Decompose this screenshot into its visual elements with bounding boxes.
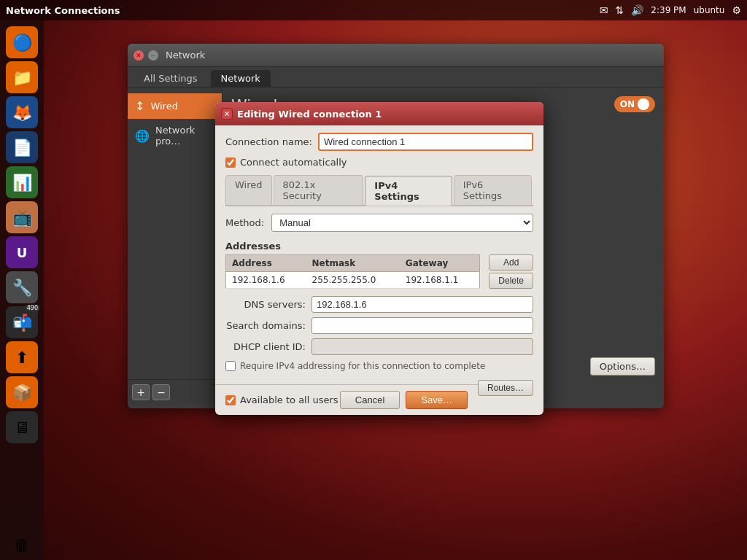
dialog-close-button[interactable]: ✕ <box>221 108 233 120</box>
col-address: Address <box>226 255 306 272</box>
method-label: Method: <box>225 217 264 228</box>
cell-address: 192.168.1.6 <box>226 272 306 289</box>
sidebar-item-ubuntu[interactable]: 🔵 <box>6 26 38 58</box>
connection-name-input[interactable] <box>318 133 533 151</box>
connection-name-label: Connection name: <box>225 136 312 147</box>
network-sidebar: ↕ Wired 🌐 Network pro… + − <box>128 88 222 405</box>
addresses-table: Address Netmask Gateway 192.168.1.6 255.… <box>225 254 480 289</box>
add-address-button[interactable]: Add <box>489 254 533 271</box>
toggle-on[interactable]: ON <box>614 96 655 112</box>
toggle-circle <box>638 98 649 110</box>
dhcp-row: DHCP client ID: <box>225 338 533 355</box>
sidebar-item-ubiquity[interactable]: U <box>6 236 38 268</box>
proxy-icon: 🌐 <box>135 129 150 143</box>
table-row[interactable]: 192.168.1.6 255.255.255.0 192.168.1.1 <box>226 272 480 289</box>
address-buttons: Add Delete <box>489 254 533 289</box>
sidebar-item-firefox[interactable]: 🦊 <box>6 96 38 128</box>
network-icon[interactable]: ⇅ <box>616 4 624 16</box>
gear-icon[interactable]: ⚙ <box>732 4 741 16</box>
add-network-button[interactable]: + <box>132 384 150 400</box>
col-netmask: Netmask <box>306 255 400 272</box>
tab-network[interactable]: Network <box>211 70 271 87</box>
require-label: Require IPv4 addressing for this connect… <box>240 361 485 371</box>
sidebar-item-screen[interactable]: 🖥 <box>6 411 38 443</box>
addresses-title: Addresses <box>225 241 533 252</box>
available-row: Available to all users <box>225 394 338 405</box>
delete-address-button[interactable]: Delete <box>489 273 533 289</box>
cell-gateway: 192.168.1.1 <box>400 272 480 289</box>
method-row: Method: Manual Automatic (DHCP) Link-Loc… <box>225 214 533 232</box>
sidebar: 🔵 📁 🦊 📄 📊 📺 U 🔧 📬 490 ⬆ 📦 🖥 🗑 <box>0 20 44 560</box>
wired-icon: ↕ <box>135 99 144 113</box>
col-gateway: Gateway <box>400 255 480 272</box>
dialog-footer: Available to all users Cancel Save… <box>215 384 478 415</box>
dhcp-label: DHCP client ID: <box>225 341 306 352</box>
save-button[interactable]: Save… <box>406 391 468 409</box>
dtab-wired[interactable]: Wired <box>225 175 272 205</box>
sidebar-item-files[interactable]: 📁 <box>6 61 38 93</box>
method-select[interactable]: Manual Automatic (DHCP) Link-Local Only … <box>271 214 533 232</box>
routes-button[interactable]: Routes… <box>478 380 533 396</box>
connect-auto-label: Connect automatically <box>240 157 347 168</box>
sidebar-item-tools[interactable]: 🔧 <box>6 271 38 303</box>
network-tabs: All Settings Network <box>128 67 664 88</box>
addresses-container: Address Netmask Gateway 192.168.1.6 255.… <box>225 254 533 289</box>
wired-label: Wired <box>150 101 178 112</box>
footer-buttons: Cancel Save… <box>340 391 468 409</box>
sidebar-item-calc[interactable]: 📊 <box>6 166 38 198</box>
notification-badge: 490 <box>26 305 39 311</box>
editing-dialog: ✕ Editing Wired connection 1 Connection … <box>215 102 543 415</box>
remove-network-button[interactable]: − <box>152 384 170 400</box>
available-label: Available to all users <box>240 394 338 405</box>
topbar-user: ubuntu <box>694 5 725 15</box>
require-row: Require IPv4 addressing for this connect… <box>225 361 533 371</box>
cell-netmask: 255.255.255.0 <box>306 272 400 289</box>
dtab-ipv4[interactable]: IPv4 Settings <box>365 176 452 206</box>
toggle-label: ON <box>620 99 635 109</box>
tab-all-settings[interactable]: All Settings <box>133 70 208 87</box>
dhcp-input <box>311 338 533 355</box>
dns-input[interactable] <box>311 296 533 313</box>
available-checkbox[interactable] <box>225 395 236 405</box>
sidebar-item-network-proxy[interactable]: 🌐 Network pro… <box>128 119 222 152</box>
sidebar-item-trash[interactable]: 🗑 <box>14 536 30 554</box>
dialog-body: Connection name: Connect automatically W… <box>215 125 543 384</box>
dns-label: DNS servers: <box>225 299 306 310</box>
dns-row: DNS servers: <box>225 296 533 313</box>
sidebar-item-writer[interactable]: 📄 <box>6 131 38 163</box>
topbar-title: Network Connections <box>6 5 120 16</box>
search-label: Search domains: <box>225 320 306 331</box>
topbar-right: ✉ ⇅ 🔊 2:39 PM ubuntu ⚙ <box>600 4 741 16</box>
topbar-time: 2:39 PM <box>651 5 686 15</box>
connection-name-row: Connection name: <box>225 133 533 151</box>
window-close-button[interactable]: ✕ <box>133 50 144 61</box>
connect-auto-checkbox[interactable] <box>225 158 236 168</box>
sidebar-item-archive[interactable]: 📦 <box>6 376 38 408</box>
addresses-section: Addresses Address Netmask Gateway 192.16… <box>225 241 533 289</box>
email-icon[interactable]: ✉ <box>600 4 608 16</box>
connect-auto-row: Connect automatically <box>225 157 533 168</box>
network-titlebar: ✕ − Network <box>128 44 664 67</box>
sidebar-item-impress[interactable]: 📺 <box>6 201 38 233</box>
cancel-button[interactable]: Cancel <box>340 391 400 409</box>
sidebar-bottom-controls: + − <box>128 379 222 405</box>
window-minimize-button[interactable]: − <box>148 50 158 61</box>
require-ipv4-checkbox[interactable] <box>225 361 236 371</box>
dialog-tabs: Wired 802.1x Security IPv4 Settings IPv6… <box>225 175 533 206</box>
search-input[interactable] <box>311 317 533 334</box>
dtab-ipv6[interactable]: IPv6 Settings <box>454 175 532 205</box>
proxy-label: Network pro… <box>155 125 214 147</box>
network-window-title: Network <box>166 50 205 61</box>
topbar: Network Connections ✉ ⇅ 🔊 2:39 PM ubuntu… <box>0 0 747 20</box>
volume-icon[interactable]: 🔊 <box>631 4 643 16</box>
search-row: Search domains: <box>225 317 533 334</box>
options-button[interactable]: Options… <box>590 357 655 376</box>
dialog-titlebar: ✕ Editing Wired connection 1 <box>215 102 543 125</box>
sidebar-item-notify[interactable]: 📬 490 <box>6 306 38 338</box>
dialog-title: Editing Wired connection 1 <box>237 109 382 120</box>
sidebar-item-home[interactable]: ⬆ <box>6 341 38 373</box>
dtab-8021x[interactable]: 802.1x Security <box>274 175 364 205</box>
sidebar-item-wired[interactable]: ↕ Wired <box>128 93 222 119</box>
